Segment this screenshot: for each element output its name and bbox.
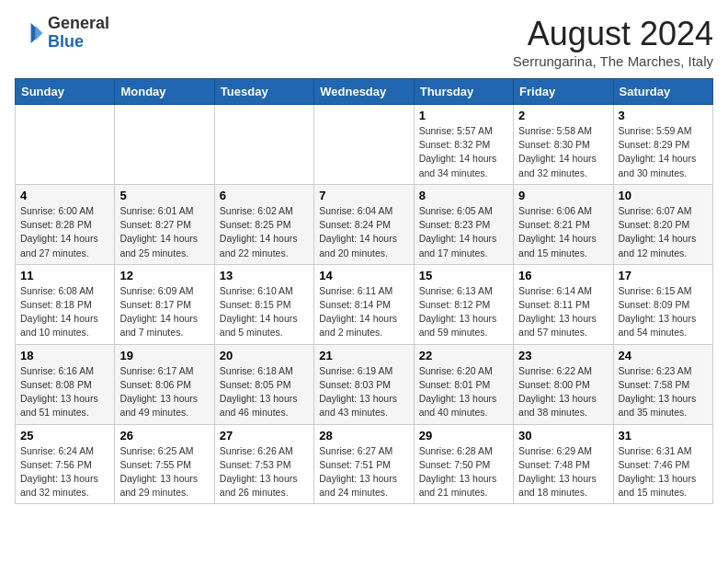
calendar-cell: 16Sunrise: 6:14 AM Sunset: 8:11 PM Dayli… [514, 264, 613, 344]
calendar-cell: 8Sunrise: 6:05 AM Sunset: 8:23 PM Daylig… [414, 184, 513, 264]
calendar-cell [115, 105, 214, 185]
day-info: Sunrise: 6:19 AM Sunset: 8:03 PM Dayligh… [319, 364, 408, 420]
calendar-week: 18Sunrise: 6:16 AM Sunset: 8:08 PM Dayli… [16, 344, 713, 424]
calendar-cell: 21Sunrise: 6:19 AM Sunset: 8:03 PM Dayli… [314, 344, 414, 424]
day-number: 11 [20, 269, 109, 282]
header-day: Friday [514, 79, 613, 105]
day-number: 10 [619, 189, 708, 202]
day-number: 20 [220, 349, 309, 362]
calendar-cell: 12Sunrise: 6:09 AM Sunset: 8:17 PM Dayli… [115, 264, 214, 344]
day-info: Sunrise: 6:27 AM Sunset: 7:51 PM Dayligh… [319, 444, 408, 500]
day-info: Sunrise: 6:15 AM Sunset: 8:09 PM Dayligh… [619, 284, 708, 340]
day-info: Sunrise: 6:29 AM Sunset: 7:48 PM Dayligh… [518, 444, 608, 500]
calendar-cell: 5Sunrise: 6:01 AM Sunset: 8:27 PM Daylig… [115, 184, 214, 264]
calendar-cell: 11Sunrise: 6:08 AM Sunset: 8:18 PM Dayli… [16, 264, 115, 344]
calendar-cell: 28Sunrise: 6:27 AM Sunset: 7:51 PM Dayli… [314, 424, 414, 504]
calendar-cell: 7Sunrise: 6:04 AM Sunset: 8:24 PM Daylig… [314, 184, 414, 264]
day-number: 6 [220, 189, 309, 202]
day-number: 18 [20, 349, 109, 362]
day-info: Sunrise: 6:23 AM Sunset: 7:58 PM Dayligh… [619, 364, 708, 420]
day-info: Sunrise: 6:17 AM Sunset: 8:06 PM Dayligh… [119, 364, 209, 420]
day-number: 13 [220, 269, 309, 282]
day-info: Sunrise: 6:00 AM Sunset: 8:28 PM Dayligh… [20, 204, 109, 260]
calendar-table: SundayMondayTuesdayWednesdayThursdayFrid… [15, 78, 713, 504]
subtitle: Serrungarina, The Marches, Italy [513, 53, 713, 69]
title-area: August 2024 Serrungarina, The Marches, I… [513, 15, 713, 69]
calendar-cell: 25Sunrise: 6:24 AM Sunset: 7:56 PM Dayli… [16, 424, 115, 504]
day-info: Sunrise: 5:57 AM Sunset: 8:32 PM Dayligh… [419, 124, 508, 180]
day-number: 19 [119, 349, 209, 362]
month-title: August 2024 [513, 15, 713, 53]
day-info: Sunrise: 6:16 AM Sunset: 8:08 PM Dayligh… [20, 364, 109, 420]
day-info: Sunrise: 6:04 AM Sunset: 8:24 PM Dayligh… [319, 204, 408, 260]
logo-general: General [48, 15, 109, 33]
calendar-header: SundayMondayTuesdayWednesdayThursdayFrid… [16, 79, 713, 105]
day-number: 5 [119, 189, 209, 202]
calendar-cell: 22Sunrise: 6:20 AM Sunset: 8:01 PM Dayli… [414, 344, 513, 424]
day-info: Sunrise: 6:22 AM Sunset: 8:00 PM Dayligh… [518, 364, 608, 420]
day-number: 2 [518, 109, 608, 122]
calendar-cell: 31Sunrise: 6:31 AM Sunset: 7:46 PM Dayli… [613, 424, 712, 504]
header-day: Wednesday [314, 79, 414, 105]
calendar-cell: 3Sunrise: 5:59 AM Sunset: 8:29 PM Daylig… [613, 105, 712, 185]
day-number: 24 [619, 349, 708, 362]
header-day: Monday [115, 79, 214, 105]
day-number: 1 [419, 109, 508, 122]
day-number: 8 [419, 189, 508, 202]
svg-marker-1 [35, 26, 42, 40]
day-number: 30 [518, 429, 608, 442]
day-info: Sunrise: 6:11 AM Sunset: 8:14 PM Dayligh… [319, 284, 408, 340]
calendar-cell: 13Sunrise: 6:10 AM Sunset: 8:15 PM Dayli… [214, 264, 313, 344]
day-number: 22 [419, 349, 508, 362]
calendar-cell: 10Sunrise: 6:07 AM Sunset: 8:20 PM Dayli… [613, 184, 712, 264]
calendar-cell: 19Sunrise: 6:17 AM Sunset: 8:06 PM Dayli… [115, 344, 214, 424]
day-number: 28 [319, 429, 408, 442]
calendar-cell: 20Sunrise: 6:18 AM Sunset: 8:05 PM Dayli… [214, 344, 313, 424]
calendar-week: 25Sunrise: 6:24 AM Sunset: 7:56 PM Dayli… [16, 424, 713, 504]
calendar-body: 1Sunrise: 5:57 AM Sunset: 8:32 PM Daylig… [16, 105, 713, 504]
day-number: 4 [20, 189, 109, 202]
day-number: 7 [319, 189, 408, 202]
day-number: 16 [518, 269, 608, 282]
calendar-cell: 1Sunrise: 5:57 AM Sunset: 8:32 PM Daylig… [414, 105, 513, 185]
day-number: 31 [619, 429, 708, 442]
day-info: Sunrise: 6:25 AM Sunset: 7:55 PM Dayligh… [119, 444, 209, 500]
day-number: 17 [619, 269, 708, 282]
day-info: Sunrise: 6:20 AM Sunset: 8:01 PM Dayligh… [419, 364, 508, 420]
calendar-cell: 18Sunrise: 6:16 AM Sunset: 8:08 PM Dayli… [16, 344, 115, 424]
calendar-cell: 6Sunrise: 6:02 AM Sunset: 8:25 PM Daylig… [214, 184, 313, 264]
day-info: Sunrise: 6:02 AM Sunset: 8:25 PM Dayligh… [220, 204, 309, 260]
calendar-cell: 24Sunrise: 6:23 AM Sunset: 7:58 PM Dayli… [613, 344, 712, 424]
day-number: 3 [619, 109, 708, 122]
calendar-cell: 27Sunrise: 6:26 AM Sunset: 7:53 PM Dayli… [214, 424, 313, 504]
day-number: 14 [319, 269, 408, 282]
day-number: 9 [518, 189, 608, 202]
day-number: 29 [419, 429, 508, 442]
day-info: Sunrise: 6:05 AM Sunset: 8:23 PM Dayligh… [419, 204, 508, 260]
day-info: Sunrise: 6:10 AM Sunset: 8:15 PM Dayligh… [220, 284, 309, 340]
header-day: Tuesday [214, 79, 313, 105]
calendar-cell: 15Sunrise: 6:13 AM Sunset: 8:12 PM Dayli… [414, 264, 513, 344]
day-info: Sunrise: 6:09 AM Sunset: 8:17 PM Dayligh… [119, 284, 209, 340]
calendar-cell: 4Sunrise: 6:00 AM Sunset: 8:28 PM Daylig… [16, 184, 115, 264]
header-day: Thursday [414, 79, 513, 105]
logo-blue: Blue [48, 33, 109, 52]
day-info: Sunrise: 6:06 AM Sunset: 8:21 PM Dayligh… [518, 204, 608, 260]
calendar-week: 4Sunrise: 6:00 AM Sunset: 8:28 PM Daylig… [16, 184, 713, 264]
day-info: Sunrise: 6:08 AM Sunset: 8:18 PM Dayligh… [20, 284, 109, 340]
day-info: Sunrise: 5:59 AM Sunset: 8:29 PM Dayligh… [619, 124, 708, 180]
day-number: 15 [419, 269, 508, 282]
day-number: 26 [119, 429, 209, 442]
day-info: Sunrise: 6:07 AM Sunset: 8:20 PM Dayligh… [619, 204, 708, 260]
calendar-week: 11Sunrise: 6:08 AM Sunset: 8:18 PM Dayli… [16, 264, 713, 344]
day-info: Sunrise: 6:01 AM Sunset: 8:27 PM Dayligh… [119, 204, 209, 260]
day-info: Sunrise: 6:18 AM Sunset: 8:05 PM Dayligh… [220, 364, 309, 420]
calendar-cell [314, 105, 414, 185]
day-info: Sunrise: 6:26 AM Sunset: 7:53 PM Dayligh… [220, 444, 309, 500]
day-number: 27 [220, 429, 309, 442]
header-row: SundayMondayTuesdayWednesdayThursdayFrid… [16, 79, 713, 105]
day-info: Sunrise: 6:28 AM Sunset: 7:50 PM Dayligh… [419, 444, 508, 500]
calendar-cell: 26Sunrise: 6:25 AM Sunset: 7:55 PM Dayli… [115, 424, 214, 504]
day-info: Sunrise: 6:14 AM Sunset: 8:11 PM Dayligh… [518, 284, 608, 340]
logo-icon [15, 18, 44, 48]
